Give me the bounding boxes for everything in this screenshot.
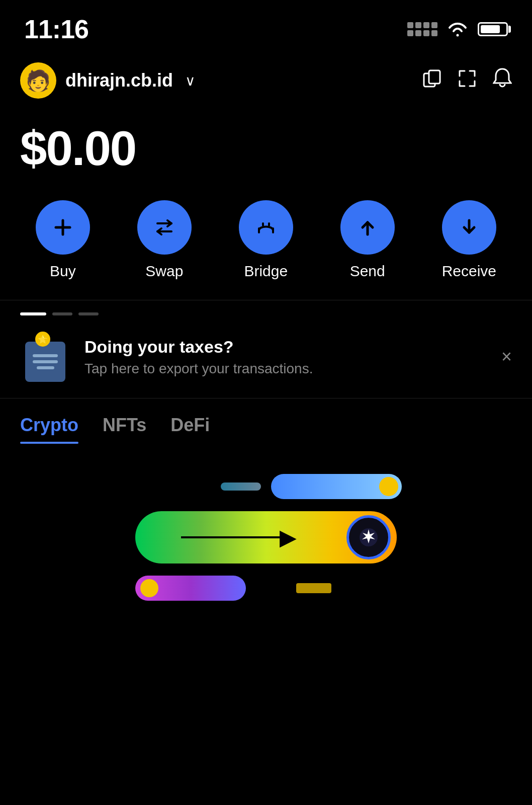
send-icon <box>340 200 395 255</box>
bottom-label-bar <box>296 583 331 593</box>
copy-icon[interactable] <box>422 69 441 93</box>
main-slider[interactable]: ▶ <box>135 511 397 564</box>
balance-amount: $0.00 <box>20 121 512 176</box>
indicator-active <box>20 312 46 315</box>
avatar: 🧑 <box>20 62 56 99</box>
signal-icon <box>407 22 437 36</box>
bottom-slider-track <box>135 576 246 601</box>
header: 🧑 dhirajn.cb.id ∨ <box>0 52 532 109</box>
status-time: 11:16 <box>24 14 88 44</box>
battery-icon <box>478 22 508 36</box>
tax-icon: ⭐ <box>20 332 70 382</box>
bridge-button[interactable]: Bridge <box>239 200 293 280</box>
wifi-icon <box>447 21 469 37</box>
expand-icon[interactable] <box>458 69 477 93</box>
arrow-head-icon: ▶ <box>280 526 297 548</box>
bridge-label: Bridge <box>244 263 288 280</box>
chevron-down-icon[interactable]: ∨ <box>185 72 196 89</box>
top-slider-label-bar <box>221 482 261 491</box>
profile-section[interactable]: 🧑 dhirajn.cb.id ∨ <box>20 62 196 99</box>
banner-subtitle: Tap here to export your transactions. <box>84 361 487 377</box>
tabs-section: Crypto NFTs DeFi <box>0 398 532 444</box>
carousel-indicators <box>0 300 532 315</box>
receive-label: Receive <box>442 263 496 280</box>
action-buttons: Buy Swap Bridge <box>0 192 532 300</box>
receive-button[interactable]: Receive <box>442 200 496 280</box>
banner-close-button[interactable]: × <box>501 346 512 367</box>
star-burst-icon <box>358 526 380 548</box>
tax-banner[interactable]: ⭐ Doing your taxes? Tap here to export y… <box>0 315 532 398</box>
banner-text: Doing your taxes? Tap here to export you… <box>84 337 487 377</box>
buy-icon <box>36 200 90 255</box>
main-slider-arrow: ▶ <box>141 526 346 548</box>
bell-icon[interactable] <box>493 68 512 94</box>
top-slider-track <box>271 474 402 499</box>
banner-title: Doing your taxes? <box>84 337 487 357</box>
tab-defi[interactable]: DeFi <box>170 415 210 444</box>
username: dhirajn.cb.id <box>65 70 173 91</box>
indicator-inactive-1 <box>52 312 72 315</box>
swap-icon <box>137 200 192 255</box>
tab-crypto[interactable]: Crypto <box>20 415 78 444</box>
arrow-line <box>181 536 282 538</box>
swap-label: Swap <box>145 263 183 280</box>
status-icons <box>407 21 508 37</box>
bridge-icon <box>239 200 293 255</box>
indicator-inactive-2 <box>78 312 99 315</box>
top-slider-row <box>110 474 402 499</box>
tax-star-icon: ⭐ <box>35 332 50 347</box>
swap-button[interactable]: Swap <box>137 200 192 280</box>
main-slider-knob <box>346 515 391 559</box>
status-bar: 11:16 <box>0 0 532 52</box>
tax-document-icon <box>25 342 65 382</box>
top-slider-knob <box>379 477 398 496</box>
balance-section: $0.00 <box>0 109 532 192</box>
send-button[interactable]: Send <box>340 200 395 280</box>
buy-label: Buy <box>50 263 76 280</box>
tab-nfts[interactable]: NFTs <box>103 415 146 444</box>
send-label: Send <box>350 263 385 280</box>
header-actions <box>422 68 512 94</box>
bottom-slider-knob <box>140 579 158 597</box>
tabs-row: Crypto NFTs DeFi <box>20 415 512 444</box>
buy-button[interactable]: Buy <box>36 200 90 280</box>
svg-rect-1 <box>429 70 440 84</box>
bottom-slider-row <box>135 576 397 601</box>
illustration-section: ▶ <box>0 444 532 621</box>
receive-icon <box>442 200 496 255</box>
